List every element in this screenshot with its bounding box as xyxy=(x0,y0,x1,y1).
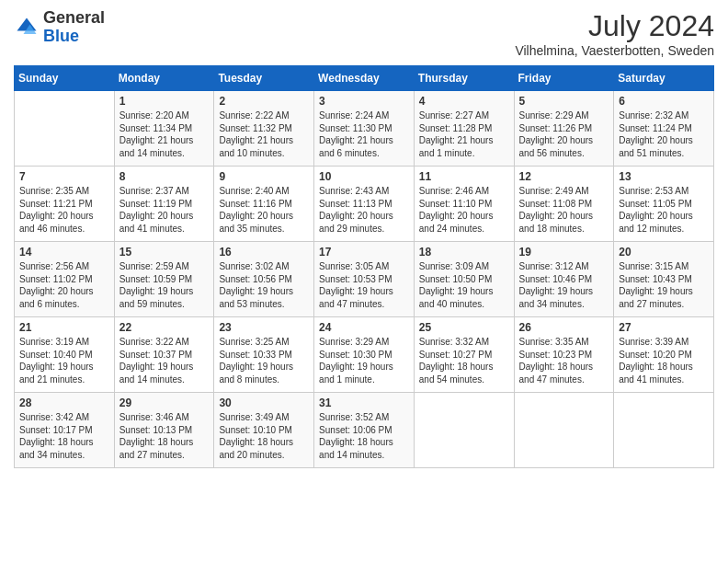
day-info: Sunrise: 2:29 AMSunset: 11:26 PMDaylight… xyxy=(519,109,609,159)
day-info: Sunrise: 3:52 AMSunset: 10:06 PMDaylight… xyxy=(319,411,409,461)
logo: General Blue xyxy=(14,9,105,46)
day-info: Sunrise: 3:12 AMSunset: 10:46 PMDaylight… xyxy=(519,260,609,310)
day-number: 21 xyxy=(19,321,109,334)
day-info: Sunrise: 2:32 AMSunset: 11:24 PMDaylight… xyxy=(619,109,709,159)
calendar-cell: 23Sunrise: 3:25 AMSunset: 10:33 PMDaylig… xyxy=(214,317,314,393)
calendar-cell: 22Sunrise: 3:22 AMSunset: 10:37 PMDaylig… xyxy=(114,317,214,393)
day-number: 4 xyxy=(419,95,509,108)
logo-blue: Blue xyxy=(43,27,79,45)
day-info: Sunrise: 2:56 AMSunset: 11:02 PMDaylight… xyxy=(19,260,109,310)
col-saturday: Saturday xyxy=(614,66,714,91)
col-tuesday: Tuesday xyxy=(214,66,314,91)
day-info: Sunrise: 3:22 AMSunset: 10:37 PMDaylight… xyxy=(119,336,210,385)
day-info: Sunrise: 3:42 AMSunset: 10:17 PMDaylight… xyxy=(19,411,109,461)
calendar-cell: 20Sunrise: 3:15 AMSunset: 10:43 PMDaylig… xyxy=(614,242,714,317)
day-info: Sunrise: 3:32 AMSunset: 10:27 PMDaylight… xyxy=(419,336,509,385)
title-block: July 2024 Vilhelmina, Vaesterbotten, Swe… xyxy=(515,9,714,58)
day-info: Sunrise: 3:29 AMSunset: 10:30 PMDaylight… xyxy=(319,336,409,385)
calendar-cell: 28Sunrise: 3:42 AMSunset: 10:17 PMDaylig… xyxy=(15,393,115,468)
day-info: Sunrise: 2:53 AMSunset: 11:05 PMDaylight… xyxy=(619,185,709,235)
calendar-cell: 7Sunrise: 2:35 AMSunset: 11:21 PMDayligh… xyxy=(15,167,115,242)
day-number: 12 xyxy=(519,170,609,183)
day-number: 24 xyxy=(319,321,409,334)
calendar-cell: 13Sunrise: 2:53 AMSunset: 11:05 PMDaylig… xyxy=(614,167,714,242)
day-number: 28 xyxy=(19,396,109,409)
calendar-cell xyxy=(614,393,714,468)
col-monday: Monday xyxy=(114,66,214,91)
day-number: 14 xyxy=(19,246,109,259)
calendar-cell xyxy=(414,393,514,468)
day-number: 20 xyxy=(619,246,709,259)
day-number: 9 xyxy=(219,170,309,183)
day-info: Sunrise: 2:43 AMSunset: 11:13 PMDaylight… xyxy=(319,185,409,235)
day-number: 22 xyxy=(119,321,210,334)
logo-icon xyxy=(14,15,40,40)
day-info: Sunrise: 3:25 AMSunset: 10:33 PMDaylight… xyxy=(219,336,309,385)
calendar-week-4: 28Sunrise: 3:42 AMSunset: 10:17 PMDaylig… xyxy=(15,393,714,468)
day-info: Sunrise: 3:09 AMSunset: 10:50 PMDaylight… xyxy=(419,260,509,310)
day-info: Sunrise: 2:49 AMSunset: 11:08 PMDaylight… xyxy=(519,185,609,235)
day-info: Sunrise: 2:40 AMSunset: 11:16 PMDaylight… xyxy=(219,185,309,235)
day-number: 29 xyxy=(119,396,210,409)
calendar-cell: 14Sunrise: 2:56 AMSunset: 11:02 PMDaylig… xyxy=(15,242,115,317)
calendar-cell: 18Sunrise: 3:09 AMSunset: 10:50 PMDaylig… xyxy=(414,242,514,317)
day-info: Sunrise: 3:02 AMSunset: 10:56 PMDaylight… xyxy=(219,260,309,310)
calendar-cell xyxy=(15,91,115,167)
month-title: July 2024 xyxy=(515,9,714,43)
day-number: 5 xyxy=(519,95,609,108)
day-number: 17 xyxy=(319,246,409,259)
col-wednesday: Wednesday xyxy=(314,66,415,91)
day-info: Sunrise: 3:15 AMSunset: 10:43 PMDaylight… xyxy=(619,260,709,310)
day-info: Sunrise: 2:37 AMSunset: 11:19 PMDaylight… xyxy=(119,185,210,235)
header: General Blue July 2024 Vilhelmina, Vaest… xyxy=(14,9,714,58)
calendar-cell: 24Sunrise: 3:29 AMSunset: 10:30 PMDaylig… xyxy=(314,317,415,393)
day-number: 19 xyxy=(519,246,609,259)
logo-text: General Blue xyxy=(43,9,105,46)
calendar-cell: 30Sunrise: 3:49 AMSunset: 10:10 PMDaylig… xyxy=(214,393,314,468)
day-info: Sunrise: 3:19 AMSunset: 10:40 PMDaylight… xyxy=(19,336,109,385)
calendar-page: General Blue July 2024 Vilhelmina, Vaest… xyxy=(0,0,728,563)
calendar-cell: 12Sunrise: 2:49 AMSunset: 11:08 PMDaylig… xyxy=(514,167,614,242)
day-number: 11 xyxy=(419,170,509,183)
day-info: Sunrise: 2:20 AMSunset: 11:34 PMDaylight… xyxy=(119,109,210,159)
day-number: 30 xyxy=(219,396,309,409)
calendar-cell: 9Sunrise: 2:40 AMSunset: 11:16 PMDayligh… xyxy=(214,167,314,242)
calendar-cell: 15Sunrise: 2:59 AMSunset: 10:59 PMDaylig… xyxy=(114,242,214,317)
day-info: Sunrise: 2:27 AMSunset: 11:28 PMDaylight… xyxy=(419,109,509,159)
calendar-cell: 17Sunrise: 3:05 AMSunset: 10:53 PMDaylig… xyxy=(314,242,415,317)
calendar-cell: 11Sunrise: 2:46 AMSunset: 11:10 PMDaylig… xyxy=(414,167,514,242)
day-number: 26 xyxy=(519,321,609,334)
calendar-week-1: 7Sunrise: 2:35 AMSunset: 11:21 PMDayligh… xyxy=(15,167,714,242)
day-number: 1 xyxy=(119,95,210,108)
day-number: 13 xyxy=(619,170,709,183)
day-number: 15 xyxy=(119,246,210,259)
calendar-cell: 21Sunrise: 3:19 AMSunset: 10:40 PMDaylig… xyxy=(15,317,115,393)
calendar-body: 1Sunrise: 2:20 AMSunset: 11:34 PMDayligh… xyxy=(15,91,714,468)
calendar-week-3: 21Sunrise: 3:19 AMSunset: 10:40 PMDaylig… xyxy=(15,317,714,393)
day-number: 7 xyxy=(19,170,109,183)
day-info: Sunrise: 2:46 AMSunset: 11:10 PMDaylight… xyxy=(419,185,509,235)
day-info: Sunrise: 2:22 AMSunset: 11:32 PMDaylight… xyxy=(219,109,309,159)
day-info: Sunrise: 3:35 AMSunset: 10:23 PMDaylight… xyxy=(519,336,609,385)
calendar-cell: 8Sunrise: 2:37 AMSunset: 11:19 PMDayligh… xyxy=(114,167,214,242)
calendar-cell: 29Sunrise: 3:46 AMSunset: 10:13 PMDaylig… xyxy=(114,393,214,468)
calendar-cell: 19Sunrise: 3:12 AMSunset: 10:46 PMDaylig… xyxy=(514,242,614,317)
day-info: Sunrise: 2:35 AMSunset: 11:21 PMDaylight… xyxy=(19,185,109,235)
calendar-table: Sunday Monday Tuesday Wednesday Thursday… xyxy=(14,65,714,468)
calendar-week-2: 14Sunrise: 2:56 AMSunset: 11:02 PMDaylig… xyxy=(15,242,714,317)
calendar-week-0: 1Sunrise: 2:20 AMSunset: 11:34 PMDayligh… xyxy=(15,91,714,167)
day-number: 23 xyxy=(219,321,309,334)
calendar-cell: 2Sunrise: 2:22 AMSunset: 11:32 PMDayligh… xyxy=(214,91,314,167)
col-sunday: Sunday xyxy=(15,66,115,91)
day-number: 10 xyxy=(319,170,409,183)
svg-marker-0 xyxy=(17,17,37,30)
calendar-cell xyxy=(514,393,614,468)
calendar-header: Sunday Monday Tuesday Wednesday Thursday… xyxy=(15,66,714,91)
calendar-cell: 26Sunrise: 3:35 AMSunset: 10:23 PMDaylig… xyxy=(514,317,614,393)
day-info: Sunrise: 3:05 AMSunset: 10:53 PMDaylight… xyxy=(319,260,409,310)
calendar-cell: 25Sunrise: 3:32 AMSunset: 10:27 PMDaylig… xyxy=(414,317,514,393)
calendar-cell: 5Sunrise: 2:29 AMSunset: 11:26 PMDayligh… xyxy=(514,91,614,167)
day-number: 25 xyxy=(419,321,509,334)
day-number: 31 xyxy=(319,396,409,409)
day-number: 27 xyxy=(619,321,709,334)
